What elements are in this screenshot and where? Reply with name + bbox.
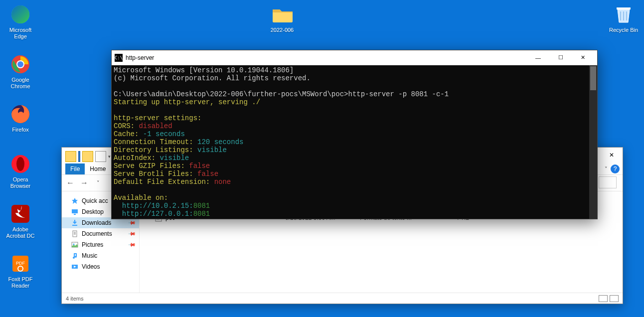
details-view-button[interactable]	[599, 295, 608, 302]
desktop-icon-label: OperaBrowser	[2, 176, 38, 189]
sidebar-item-pictures[interactable]: Pictures📌	[62, 239, 139, 250]
documents-icon	[71, 230, 79, 238]
sidebar-item-label: Quick acc	[82, 197, 108, 204]
desktop-icon-firefox[interactable]: Firefox	[2, 104, 38, 133]
desktop-icon-chrome[interactable]: GoogleChrome	[2, 54, 38, 89]
sidebar-item-documents[interactable]: Documents📌	[62, 228, 139, 239]
download-icon	[71, 219, 79, 227]
svg-text:PDF: PDF	[16, 261, 25, 266]
desktop-icon-acrobat[interactable]: AdobeAcrobat DC	[2, 203, 38, 239]
explorer-search-input[interactable]	[599, 176, 617, 188]
desktop-icon-label: AdobeAcrobat DC	[2, 226, 38, 239]
large-icons-view-button[interactable]	[610, 295, 619, 302]
qat-separator	[78, 151, 80, 162]
sidebar-item-label: Documents	[82, 230, 112, 237]
acrobat-icon	[10, 203, 31, 224]
firefox-icon	[10, 104, 31, 125]
desktop-icon-label: MicrosoftEdge	[2, 27, 38, 39]
folder-icon[interactable]	[82, 151, 93, 162]
chrome-icon	[10, 54, 31, 75]
desktop-icon-label: Foxit PDFReader	[2, 276, 38, 289]
pin-icon: 📌	[128, 240, 136, 248]
close-button[interactable]: ✕	[600, 148, 623, 162]
recycle-bin-icon	[613, 4, 634, 25]
svg-rect-18	[73, 231, 77, 237]
nav-back-button[interactable]: ←	[66, 178, 75, 187]
svg-marker-14	[72, 198, 78, 204]
desktop: MicrosoftEdge GoogleChrome Firefox Opera…	[0, 0, 644, 317]
close-button[interactable]: ✕	[572, 51, 594, 65]
scrollbar-thumb[interactable]	[590, 66, 596, 90]
svg-point-12	[18, 267, 22, 271]
explorer-view-mode-icons	[599, 295, 619, 302]
explorer-ribbon-tabs: File Home	[65, 163, 111, 174]
cmd-output-area[interactable]: Microsoft Windows [Version 10.0.19044.18…	[112, 65, 597, 219]
svg-rect-15	[72, 209, 78, 213]
opera-icon	[10, 154, 31, 174]
sidebar-item-label: Pictures	[82, 241, 103, 248]
star-icon	[71, 197, 79, 205]
sidebar-item-music[interactable]: Music	[62, 250, 139, 261]
foxit-icon: PDF	[10, 253, 31, 274]
command-prompt-window[interactable]: C:\ http-server — ☐ ✕ Microsoft Windows …	[111, 50, 598, 219]
ribbon-collapse-icon[interactable]: ˅	[605, 166, 608, 172]
explorer-status-bar: 4 items	[62, 293, 623, 304]
tab-file[interactable]: File	[65, 163, 85, 174]
edge-icon	[10, 4, 31, 25]
cmd-scrollbar[interactable]	[589, 65, 597, 219]
folder-icon	[65, 151, 76, 162]
qat-dropdown-icon[interactable]: ▾	[108, 154, 111, 159]
desktop-icon-label: Firefox	[2, 127, 38, 133]
pin-icon: 📌	[128, 229, 136, 237]
minimize-button[interactable]: —	[527, 51, 549, 65]
pin-icon: 📌	[128, 218, 136, 226]
desktop-icon-folder-2022-006[interactable]: 2022-006	[264, 4, 300, 33]
desktop-icon-foxit[interactable]: PDF Foxit PDFReader	[2, 253, 38, 289]
svg-point-7	[16, 157, 24, 171]
svg-rect-8	[11, 205, 29, 223]
cmd-title-bar[interactable]: C:\ http-server — ☐ ✕	[112, 50, 597, 65]
svg-rect-13	[617, 7, 631, 9]
cmd-window-title: http-server	[126, 54, 154, 61]
nav-forward-button[interactable]: →	[80, 178, 89, 187]
sidebar-item-label: Music	[82, 252, 97, 259]
svg-rect-17	[72, 225, 77, 226]
music-icon	[71, 252, 79, 260]
desktop-icon-label: 2022-006	[264, 27, 300, 33]
svg-point-1	[11, 5, 29, 23]
sidebar-item-videos[interactable]: Videos	[62, 261, 139, 272]
properties-icon[interactable]	[95, 151, 106, 162]
desktop-icon-edge[interactable]: MicrosoftEdge	[2, 4, 38, 39]
cmd-icon: C:\	[115, 54, 123, 62]
help-icon[interactable]: ?	[611, 164, 620, 173]
nav-recent-dropdown[interactable]: ˅	[94, 180, 103, 186]
desktop-icon-opera[interactable]: OperaBrowser	[2, 154, 38, 189]
sidebar-item-label: Videos	[82, 263, 100, 270]
sidebar-item-label: Downloads	[82, 219, 111, 226]
svg-point-4	[17, 61, 23, 67]
status-item-count: 4 items	[66, 296, 83, 302]
desktop-icon-label: GoogleChrome	[2, 77, 38, 89]
explorer-help-area: ˅ ?	[605, 164, 620, 173]
svg-rect-16	[74, 214, 76, 215]
desktop-icon-label: Recycle Bin	[606, 27, 642, 33]
sidebar-item-label: Desktop	[82, 208, 104, 215]
videos-icon	[71, 263, 79, 271]
maximize-button[interactable]: ☐	[549, 51, 572, 65]
cmd-text[interactable]: Microsoft Windows [Version 10.0.19044.18…	[112, 65, 597, 219]
pictures-icon	[71, 241, 79, 249]
desktop-icon	[71, 208, 79, 216]
folder-icon	[272, 4, 293, 25]
tab-home[interactable]: Home	[85, 163, 111, 174]
explorer-quick-access-toolbar: ▾	[65, 151, 111, 162]
desktop-icon-recycle-bin[interactable]: Recycle Bin	[606, 4, 642, 33]
